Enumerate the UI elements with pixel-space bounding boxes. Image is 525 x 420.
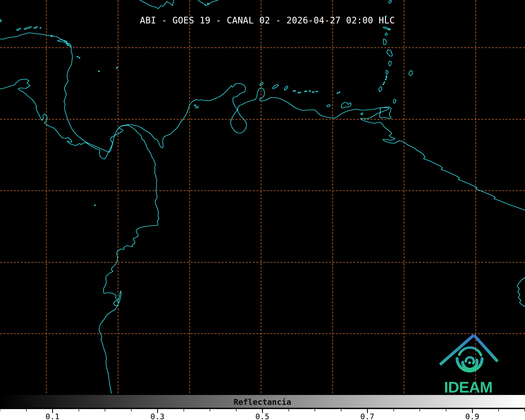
islet-roques-6 — [316, 91, 318, 92]
islet-corn-2 — [79, 57, 80, 58]
colorbar-axis: 0.10.30.50.70.9 — [0, 409, 525, 420]
coast-fragment-jamaica — [140, 0, 174, 9]
island-antigua-partial — [389, 0, 392, 3]
islet-paria — [361, 113, 363, 115]
islet-san-andres — [116, 67, 117, 68]
island-tortuga — [327, 105, 330, 107]
islet-hispaniola — [207, 3, 209, 4]
island-dominica — [383, 39, 386, 45]
island-st-vincent — [386, 70, 388, 74]
island-grenada — [379, 87, 382, 92]
graticule — [0, 0, 525, 394]
islet-dot-3 — [70, 46, 71, 47]
islet-cartagena-1 — [194, 105, 196, 106]
islet-la-plata — [94, 205, 95, 206]
colorbar-minor-tick — [210, 409, 210, 411]
island-miskito-3 — [67, 44, 69, 46]
ideam-logo: IDEAM — [440, 335, 498, 394]
colorbar-minor-tick — [288, 409, 289, 411]
island-guadeloupe — [383, 27, 390, 30]
colorbar-tick-label: 0.3 — [150, 412, 164, 420]
islet-grenadines-4 — [386, 77, 387, 78]
islet-grenadines-3 — [385, 79, 386, 80]
islet-dot-4 — [386, 76, 387, 77]
colorbar-tick-label: 0.9 — [465, 412, 479, 420]
island-curacao — [272, 85, 279, 89]
island-tobago — [393, 99, 396, 103]
islet-roques-5 — [312, 92, 314, 92]
islet-roques-3 — [304, 91, 307, 92]
colorbar-minor-tick — [446, 409, 446, 411]
island-bay-2 — [24, 27, 31, 29]
island-aruba — [260, 82, 263, 86]
colorbar-minor-tick — [184, 409, 184, 411]
islet-orchila-1 — [337, 93, 338, 93]
logo-swirl-icon — [457, 348, 482, 371]
colorbar-minor-tick — [131, 409, 132, 411]
islet-corn-1 — [77, 56, 78, 57]
islet-grenadines-1 — [383, 84, 384, 85]
logo-mountain-icon — [440, 335, 498, 365]
islet-roques-4 — [309, 91, 311, 91]
island-trinidad — [380, 107, 391, 118]
colorbar-minor-tick — [105, 409, 105, 411]
colorbar-minor-tick — [0, 409, 0, 411]
coast-pacific-mainland — [0, 79, 159, 393]
colorbar-minor-tick — [236, 409, 237, 411]
island-margarita — [341, 102, 351, 108]
island-miskito-1 — [57, 40, 67, 42]
coast-fragment-left-edge — [0, 19, 2, 22]
islet-cartagena-2 — [196, 106, 198, 108]
colorbar-minor-tick — [79, 409, 79, 411]
colorbar: Reflectancia — [0, 394, 525, 409]
coast-fragment-hispaniola — [198, 0, 218, 6]
island-bay-3 — [34, 27, 38, 28]
island-bay-1 — [17, 28, 21, 30]
satellite-image-title: ABI - GOES 19 - CANAL 02 - 2026-04-27 02… — [140, 15, 395, 26]
colorbar-minor-tick — [498, 409, 499, 411]
coastlines — [0, 0, 525, 393]
colorbar-label: Reflectancia — [234, 397, 291, 407]
map-svg: IDEAM — [0, 0, 525, 394]
colorbar-minor-tick — [341, 409, 341, 411]
coast-caribbean-mainland — [0, 33, 525, 210]
colorbar-minor-tick — [420, 409, 420, 411]
logo-wordmark: IDEAM — [444, 378, 493, 394]
colorbar-minor-tick — [26, 409, 27, 411]
colorbar-tick-label: 0.1 — [46, 412, 59, 420]
islet-roques-2 — [298, 92, 301, 93]
coast-fragment-right-edge — [517, 278, 525, 307]
island-barbados — [409, 71, 413, 76]
island-st-lucia — [389, 61, 391, 66]
island-martinique — [387, 50, 392, 56]
map-area: IDEAM ABI - GOES 19 - CANAL 02 - 2026-04… — [0, 0, 525, 394]
colorbar-tick-label: 0.7 — [360, 412, 374, 420]
colorbar-tick-label: 0.5 — [255, 412, 269, 420]
island-marie-galante — [385, 33, 388, 35]
islet-dot-1 — [40, 27, 41, 28]
islet-grenadines-2 — [384, 82, 385, 83]
colorbar-minor-tick — [393, 409, 394, 411]
islet-providencia — [98, 71, 99, 72]
island-bonaire — [284, 86, 288, 90]
islet-orchila-2 — [339, 92, 340, 93]
islet-roques-1 — [293, 90, 296, 92]
colorbar-minor-tick — [315, 409, 315, 411]
island-miskito-2 — [66, 43, 68, 44]
